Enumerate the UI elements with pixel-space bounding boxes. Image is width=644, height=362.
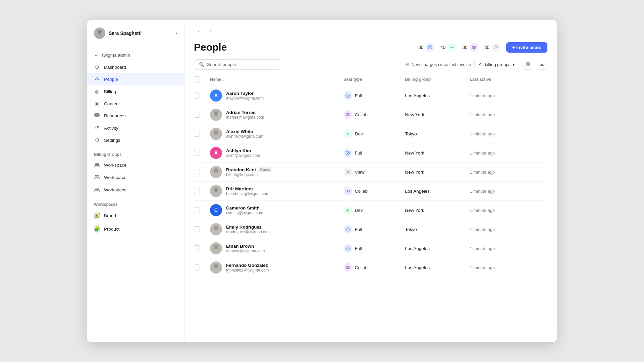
billing-group-cell: New York	[401, 201, 466, 220]
billing-group-value: Los Angeles	[405, 189, 430, 194]
row-checkbox[interactable]	[194, 112, 200, 118]
row-checkbox[interactable]	[194, 150, 200, 156]
person-cell: Alexis White awhite@twigma.com	[210, 128, 335, 140]
table-row[interactable]: A Aaron Taylor ataylor@twigma.com Full L…	[194, 86, 547, 105]
col-name[interactable]: Name ↓	[206, 73, 339, 86]
stat-dev: 40 ✳	[440, 43, 457, 52]
seat-type-cell: Full	[339, 86, 401, 105]
person-email: ataylor@twigma.com	[226, 96, 264, 101]
billing-group-value: Los Angeles	[405, 246, 430, 251]
stat-view: 30	[484, 43, 500, 52]
table-row[interactable]: Brit Martinez bmartinez@twigma.com Colla…	[194, 182, 547, 201]
sidebar-item-activity[interactable]: ↺ Activity	[87, 122, 184, 134]
sidebar-item-dashboard[interactable]: ⊙ Dashboard	[87, 61, 184, 73]
billing-group-value: New York	[405, 170, 424, 175]
stat-full-count: 30	[418, 45, 424, 50]
dev-seat-icon: ✳	[447, 43, 456, 52]
forward-button[interactable]: ›	[206, 26, 215, 36]
table-row[interactable]: Alexis White awhite@twigma.com ✳ Dev Tok…	[194, 124, 547, 143]
seat-type-cell: Full	[339, 220, 401, 239]
sidebar-item-label: Settings	[104, 138, 120, 143]
svg-point-17	[527, 64, 529, 65]
row-checkbox[interactable]	[194, 93, 200, 99]
people-table: Name ↓ Seat type Billing group Last acti…	[194, 73, 547, 277]
stat-dev-count: 40	[440, 45, 446, 50]
sidebar-item-workspace-1[interactable]: Workspace	[87, 159, 184, 171]
seat-icon: ✳	[343, 129, 352, 138]
row-checkbox[interactable]	[194, 207, 200, 213]
download-button[interactable]	[537, 59, 547, 70]
sidebar-item-label: People	[104, 77, 118, 82]
billing-group-select[interactable]: All billing groups ▾	[474, 60, 519, 69]
filter-button[interactable]	[523, 59, 533, 70]
sidebar-item-settings[interactable]: ⚙ Settings	[87, 134, 184, 146]
invite-users-button[interactable]: + Invite users	[506, 42, 547, 53]
person-info: Adrian Torres atorres@twigma.com	[226, 110, 264, 120]
svg-point-28	[346, 170, 350, 174]
row-checkbox[interactable]	[194, 245, 200, 251]
person-name: Emily Rodriguez	[226, 225, 271, 230]
table-row[interactable]: Fernando Gonzalez fgonzalez@twigma.com C…	[194, 258, 547, 277]
row-checkbox-cell	[194, 258, 206, 277]
seat-icon	[343, 91, 352, 100]
person-info: Ashlyn Kim akim@twigma.com	[226, 148, 260, 158]
billing-group-cell: New York	[401, 143, 466, 163]
search-input[interactable]	[207, 62, 276, 67]
row-chevron-icon: ›	[533, 207, 535, 213]
sidebar-back[interactable]: ← Twigma admin	[87, 49, 184, 61]
row-checkbox[interactable]	[194, 264, 200, 270]
seat-icon	[343, 225, 352, 234]
table-row[interactable]: Emily Rodriguez erodriguez@twigma.com Fu…	[194, 220, 547, 239]
sidebar-item-resources[interactable]: Resources	[87, 110, 184, 122]
seat-label: Dev	[355, 208, 363, 213]
table-row[interactable]: C Cameron Smith csmith@twigma.com ✳ Dev …	[194, 201, 547, 220]
row-chevron-cell: ›	[529, 201, 547, 220]
table-row[interactable]: A Ashlyn Kim akim@twigma.com Full New Yo…	[194, 143, 547, 163]
person-name: Ethan Brown	[226, 244, 265, 249]
row-checkbox[interactable]	[194, 169, 200, 175]
name-cell: Alexis White awhite@twigma.com	[206, 124, 339, 143]
col-last-active[interactable]: Last active	[466, 73, 529, 86]
svg-point-10	[97, 188, 99, 190]
search-box[interactable]: 🔍	[194, 59, 281, 70]
table-row[interactable]: Ethan Brown ebrown@twigma.com Full Los A…	[194, 239, 547, 258]
sidebar-header[interactable]: Sara Spaghetti ▾	[87, 20, 184, 45]
sidebar-item-label: Activity	[104, 126, 118, 131]
col-billing-group[interactable]: Billing group	[401, 73, 466, 86]
new-charges-button[interactable]: ⊕ New charges since last invoice	[405, 61, 471, 67]
billing-group-value: Los Angeles	[405, 265, 430, 270]
person-email: akim@twigma.com	[226, 153, 260, 158]
table-row[interactable]: Brandon Kent Guest bkent@huge.com View N…	[194, 163, 547, 182]
sidebar-item-workspace-3[interactable]: Workspace	[87, 184, 184, 196]
row-checkbox-cell	[194, 182, 206, 201]
seat-label: View	[355, 170, 365, 175]
seat-type-cell: Collab	[339, 258, 401, 277]
svg-point-26	[214, 168, 218, 173]
sidebar-item-brand[interactable]: 🥑 Brand	[87, 209, 184, 222]
select-all-checkbox[interactable]	[194, 76, 200, 82]
workspace-group-icon-1	[94, 162, 100, 168]
sidebar-item-people[interactable]: People	[87, 73, 184, 85]
row-checkbox[interactable]	[194, 226, 200, 232]
row-checkbox[interactable]	[194, 188, 200, 194]
row-checkbox[interactable]	[194, 131, 200, 137]
col-seat-type[interactable]: Seat type	[339, 73, 401, 86]
back-button[interactable]: ‹	[194, 26, 203, 36]
name-cell: Brit Martinez bmartinez@twigma.com	[206, 182, 339, 201]
plus-circle-icon: ⊕	[405, 61, 410, 67]
last-active-value: 1 minute ago	[470, 112, 495, 117]
svg-point-16	[526, 63, 530, 66]
svg-point-25	[346, 151, 350, 155]
svg-point-34	[214, 226, 218, 230]
sidebar-item-billing[interactable]: ◎ Billing	[87, 85, 184, 98]
sidebar-item-content[interactable]: ▣ Content	[87, 98, 184, 110]
person-email: atorres@twigma.com	[226, 115, 264, 120]
table-row[interactable]: Adrian Torres atorres@twigma.com Collab …	[194, 105, 547, 124]
person-name: Aaron Taylor	[226, 91, 264, 96]
sidebar-item-product[interactable]: 🧩 Product	[87, 222, 184, 236]
last-active-value: 1 minute ago	[470, 93, 495, 98]
person-cell: A Ashlyn Kim akim@twigma.com	[210, 147, 335, 159]
row-checkbox-cell	[194, 124, 206, 143]
sidebar-nav: ← Twigma admin ⊙ Dashboard People ◎ Bill…	[87, 45, 184, 236]
sidebar-item-workspace-2[interactable]: Workspace	[87, 171, 184, 184]
